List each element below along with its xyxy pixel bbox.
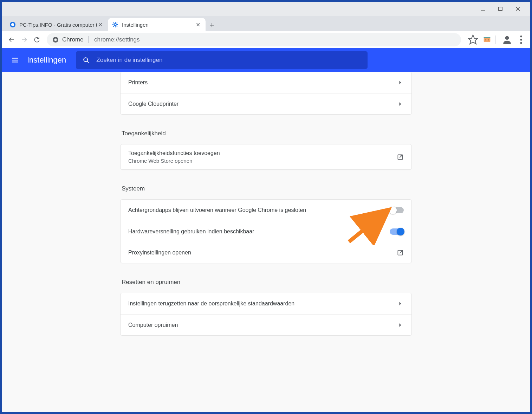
window-minimize-button[interactable] xyxy=(478,4,488,14)
hamburger-menu-button[interactable] xyxy=(8,53,22,67)
toggle-hardware-accel[interactable] xyxy=(390,228,404,235)
chevron-right-icon xyxy=(397,79,404,86)
row-label: Proxyinstellingen openen xyxy=(128,250,397,256)
row-google-cloudprinter[interactable]: Google Cloudprinter xyxy=(121,93,411,114)
svg-point-23 xyxy=(488,39,489,40)
address-bar[interactable]: Chrome │ chrome://settings xyxy=(47,33,461,46)
window-titlebar xyxy=(2,2,530,16)
tab-close-icon[interactable]: ✕ xyxy=(195,21,201,28)
row-label: Computer opruimen xyxy=(128,322,397,328)
new-tab-button[interactable]: ＋ xyxy=(206,19,218,31)
chevron-right-icon xyxy=(397,101,404,108)
svg-line-32 xyxy=(87,61,89,63)
svg-point-5 xyxy=(11,23,14,26)
reload-button[interactable] xyxy=(31,33,43,46)
svg-rect-20 xyxy=(484,38,491,42)
window-close-button[interactable] xyxy=(513,4,523,14)
favicon-pc-tips xyxy=(9,21,16,28)
url-origin: Chrome xyxy=(62,36,83,43)
reset-card: Instellingen terugzetten naar de oorspro… xyxy=(120,293,412,336)
external-link-icon xyxy=(397,154,404,161)
url-separator: │ xyxy=(87,36,91,43)
row-label: Achtergrondapps blijven uitvoeren wannee… xyxy=(128,207,390,213)
bookmark-star-icon[interactable] xyxy=(467,34,479,45)
chevron-right-icon xyxy=(397,322,404,329)
tab-title: Instellingen xyxy=(122,22,195,28)
svg-point-26 xyxy=(520,39,522,40)
row-cleanup-computer[interactable]: Computer opruimen xyxy=(121,314,411,335)
page-title: Instellingen xyxy=(27,56,66,65)
print-card: Printers Google Cloudprinter xyxy=(120,72,412,115)
row-proxy-settings[interactable]: Proxyinstellingen openen xyxy=(121,242,411,263)
svg-line-13 xyxy=(113,26,114,27)
tab-title: PC-Tips.INFO - Gratis computer t xyxy=(19,22,97,28)
svg-line-11 xyxy=(113,22,114,23)
section-title-accessibility: Toegankelijkheid xyxy=(122,130,412,137)
row-background-apps[interactable]: Achtergrondapps blijven uitvoeren wannee… xyxy=(121,200,411,221)
row-accessibility-add[interactable]: Toegankelijkheidsfuncties toevoegen Chro… xyxy=(121,144,411,169)
row-hardware-accel[interactable]: Hardwareversnelling gebruiken indien bes… xyxy=(121,221,411,242)
svg-line-14 xyxy=(117,22,117,23)
url-path: chrome://settings xyxy=(94,36,140,43)
back-button[interactable] xyxy=(5,33,18,46)
svg-point-24 xyxy=(505,36,509,40)
kebab-menu-icon[interactable] xyxy=(515,34,527,45)
svg-point-27 xyxy=(520,42,522,44)
row-label: Printers xyxy=(128,79,397,86)
svg-rect-21 xyxy=(484,37,491,38)
row-label: Instellingen terugzetten naar de oorspro… xyxy=(128,300,397,307)
row-reset-defaults[interactable]: Instellingen terugzetten naar de oorspro… xyxy=(121,293,411,314)
chevron-right-icon xyxy=(397,300,404,307)
section-title-system: Systeem xyxy=(122,185,412,192)
row-label: Toegankelijkheidsfuncties toevoegen xyxy=(128,150,220,156)
row-label: Google Cloudprinter xyxy=(128,101,397,107)
row-printers[interactable]: Printers xyxy=(121,72,411,93)
extension-icon[interactable] xyxy=(481,34,493,45)
window-maximize-button[interactable] xyxy=(495,4,506,14)
row-label: Hardwareversnelling gebruiken indien bes… xyxy=(128,228,390,235)
svg-point-6 xyxy=(114,24,116,26)
svg-rect-1 xyxy=(499,7,502,11)
favicon-settings-icon xyxy=(112,21,118,28)
svg-point-18 xyxy=(54,38,57,41)
settings-content[interactable]: Printers Google Cloudprinter Toegankelij… xyxy=(2,72,530,412)
tab-strip: PC-Tips.INFO - Gratis computer t ✕ Inste… xyxy=(2,16,530,31)
settings-search-input[interactable] xyxy=(96,57,361,64)
svg-line-12 xyxy=(117,26,117,27)
tab-close-icon[interactable]: ✕ xyxy=(97,21,104,28)
tab-pc-tips[interactable]: PC-Tips.INFO - Gratis computer t ✕ xyxy=(5,18,108,31)
row-sublabel: Chrome Web Store openen xyxy=(128,158,397,164)
settings-header: Instellingen xyxy=(2,48,530,72)
svg-point-31 xyxy=(84,58,87,62)
toggle-background-apps[interactable] xyxy=(390,207,404,213)
forward-button[interactable] xyxy=(18,33,31,46)
svg-point-25 xyxy=(520,35,522,37)
chrome-icon xyxy=(52,37,59,43)
profile-avatar-icon[interactable] xyxy=(501,34,513,45)
settings-search[interactable] xyxy=(76,51,368,69)
accessibility-card: Toegankelijkheidsfuncties toevoegen Chro… xyxy=(120,144,412,170)
svg-marker-19 xyxy=(468,35,478,44)
tab-settings[interactable]: Instellingen ✕ xyxy=(108,18,206,31)
svg-point-22 xyxy=(485,39,486,40)
external-link-icon xyxy=(397,249,404,256)
toolbar-separator xyxy=(495,35,496,44)
system-card: Achtergrondapps blijven uitvoeren wannee… xyxy=(120,199,412,263)
section-title-reset: Resetten en opruimen xyxy=(122,279,412,286)
browser-toolbar: Chrome │ chrome://settings xyxy=(2,31,530,48)
